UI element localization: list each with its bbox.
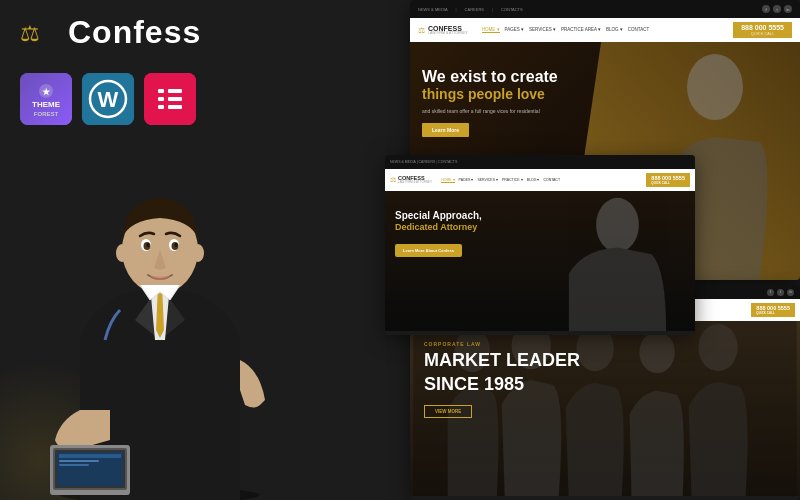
social-linkedin: in [784, 5, 792, 13]
nav-blog-2: BLOG ▾ [527, 178, 540, 183]
nav-items-1: HOME ▾ PAGES ▾ SERVICES ▾ PRACTICE AREA … [482, 27, 649, 33]
card2-content: Special Approach, Dedicated Attorney Lea… [385, 191, 695, 331]
card3-text: CORPORATE LAW MARKET LEADER SINCE 1985 V… [424, 341, 580, 418]
nav-services-2: SERVICES ▾ [477, 178, 498, 183]
topbar-links: NEWS & MEDIA | CAREERS | CONTACTS [418, 7, 523, 12]
nav-brand-subtitle-1: LAW FIRM & ATTORNEY [428, 32, 468, 36]
nav-scale-icon-2: ⚖ [390, 176, 396, 184]
social-f: f [767, 289, 774, 296]
previews-container: NEWS & MEDIA | CAREERS | CONTACTS f t in… [200, 0, 800, 500]
nav-scale-icon: ⚖ [418, 26, 425, 35]
nav-pages: PAGES ▾ [505, 27, 524, 33]
card3-label: CORPORATE LAW [424, 341, 580, 347]
nav-contact: CONTACT [628, 27, 649, 33]
logo-icon: ⚖ [20, 15, 56, 51]
nav-home: HOME ▾ [482, 27, 500, 33]
card2-headline: Special Approach, [395, 209, 482, 222]
cta-phone-label: QUICK CALL [751, 31, 775, 36]
svg-rect-11 [158, 97, 164, 101]
card2-topbar-links: NEWS & MEDIA | CAREERS | CONTACTS [390, 160, 457, 164]
nav-practice-2: PRACTICE ▾ [502, 178, 523, 183]
topbar-separator2: | [492, 7, 493, 12]
svg-text:W: W [98, 87, 119, 112]
svg-rect-12 [158, 105, 164, 109]
card2-person-silhouette [540, 191, 695, 331]
hero-cta-1[interactable]: Learn More [422, 123, 469, 137]
card2-mainnav: ⚖ CONFESS LAW FIRM & ATTORNEY HOME ▾ PAG… [385, 169, 695, 191]
card1-hero-text: We exist to create things people love an… [422, 67, 558, 137]
card3-headline-1: MARKET LEADER [424, 351, 580, 371]
card3-headline-2: SINCE 1985 [424, 375, 580, 395]
svg-rect-32 [59, 460, 99, 462]
svg-point-34 [687, 54, 743, 120]
cta-label-3: QUICK CALL [756, 311, 790, 315]
preview-card-2: NEWS & MEDIA | CAREERS | CONTACTS ⚖ CONF… [385, 155, 695, 335]
hero-subheadline-1: things people love [422, 86, 558, 103]
topbar-separator: | [456, 7, 457, 12]
topbar-social: f t in [762, 5, 792, 13]
topbar-link-careers: CAREERS [465, 7, 484, 12]
card1-mainnav: ⚖ CONFESS LAW FIRM & ATTORNEY HOME ▾ PAG… [410, 18, 800, 42]
nav-pages-2: PAGES ▾ [459, 178, 474, 183]
nav-brand-sub-2: LAW FIRM & ATTORNEY [398, 181, 432, 184]
svg-point-24 [175, 243, 178, 247]
nav-services: SERVICES ▾ [529, 27, 556, 33]
nav-home-2: HOME ▾ [441, 178, 454, 183]
card3-content: CORPORATE LAW MARKET LEADER SINCE 1985 V… [410, 321, 800, 496]
svg-text:★: ★ [42, 87, 51, 97]
svg-rect-33 [59, 464, 89, 466]
nav-contact-2: CONTACT [543, 178, 560, 183]
nav-brand-1: ⚖ CONFESS LAW FIRM & ATTORNEY [418, 25, 468, 36]
svg-text:⚖: ⚖ [20, 21, 40, 46]
svg-rect-14 [168, 97, 182, 101]
cta-phone-num: 888 000 5555 [741, 24, 784, 31]
card2-topbar: NEWS & MEDIA | CAREERS | CONTACTS [385, 155, 695, 169]
social-facebook: f [762, 5, 770, 13]
social-in: in [787, 289, 794, 296]
hero-headline-1: We exist to create [422, 67, 558, 86]
card2-subheadline: Dedicated Attorney [395, 222, 482, 234]
svg-point-23 [147, 243, 150, 247]
svg-rect-15 [168, 105, 182, 109]
nav-blog: BLOG ▾ [606, 27, 623, 33]
svg-rect-31 [59, 454, 121, 458]
card2-cta[interactable]: Learn More About Confess [395, 244, 462, 257]
topbar-link-contacts: CONTACTS [501, 7, 523, 12]
svg-rect-10 [158, 89, 164, 93]
brand-title: Confess [68, 14, 201, 51]
cta-phone-box-3: 888 000 5555 QUICK CALL [751, 303, 795, 317]
nav-items-2: HOME ▾ PAGES ▾ SERVICES ▾ PRACTICE ▾ BLO… [441, 178, 560, 183]
cta-phone-box-2: 888 000 5555 QUICK CALL [646, 173, 690, 187]
cta-phone-box-1: 888 000 5555 QUICK CALL [733, 22, 792, 38]
hero-subtext-1: and skilled team offer a full range vice… [422, 108, 558, 116]
nav-practice: PRACTICE AREA ▾ [561, 27, 601, 33]
social-twitter: t [773, 5, 781, 13]
card3-cta[interactable]: VIEW MORE [424, 405, 472, 418]
card2-text: Special Approach, Dedicated Attorney Lea… [395, 209, 482, 257]
card1-topbar: NEWS & MEDIA | CAREERS | CONTACTS f t in [410, 0, 800, 18]
social-t: t [777, 289, 784, 296]
cta-label-2: QUICK CALL [651, 181, 685, 185]
card3-topbar-social: f t in [767, 289, 794, 296]
svg-point-25 [116, 244, 128, 262]
svg-rect-13 [168, 89, 182, 93]
topbar-link-news: NEWS & MEDIA [418, 7, 448, 12]
svg-text:THEME: THEME [32, 100, 61, 109]
svg-point-35 [596, 198, 639, 252]
nav-brand-2: ⚖ CONFESS LAW FIRM & ATTORNEY [390, 176, 432, 185]
